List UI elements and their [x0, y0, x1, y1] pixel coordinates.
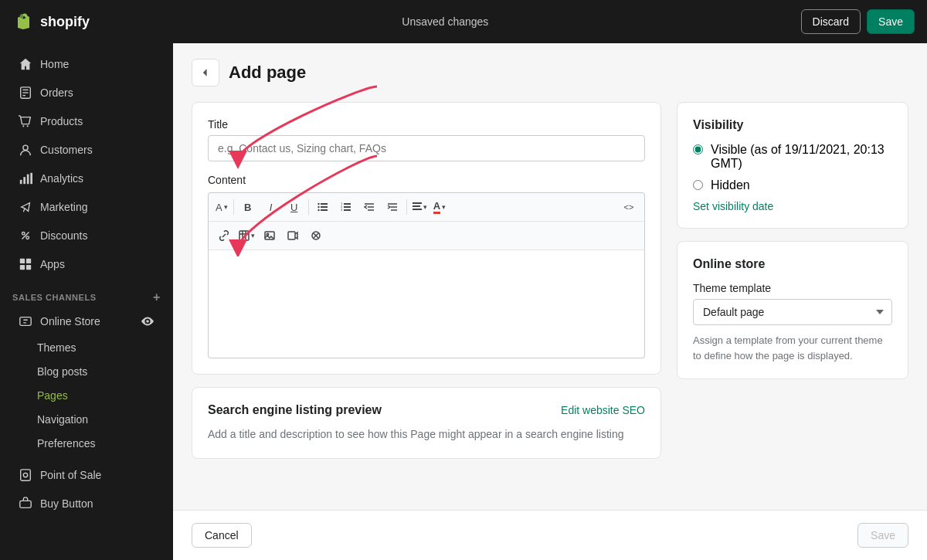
- logo: shopify: [12, 11, 90, 32]
- code-btn[interactable]: <>: [618, 196, 640, 218]
- svg-point-5: [27, 125, 29, 127]
- unordered-list-btn[interactable]: [312, 196, 334, 218]
- svg-point-11: [22, 232, 25, 236]
- hidden-option: Hidden: [693, 178, 892, 192]
- svg-rect-45: [239, 231, 249, 240]
- add-sales-channel-button[interactable]: +: [153, 291, 161, 304]
- sidebar-item-analytics[interactable]: Analytics: [6, 165, 167, 192]
- seo-body: Add a title and description to see how t…: [208, 426, 645, 443]
- table-btn[interactable]: ▾: [236, 225, 257, 246]
- sidebar-item-navigation[interactable]: Navigation: [6, 408, 167, 431]
- sidebar-item-orders[interactable]: Orders: [6, 79, 167, 107]
- logo-text: shopify: [40, 14, 90, 30]
- set-visibility-date-link[interactable]: Set visibility date: [693, 200, 892, 212]
- form-card: Title Content A ▾: [192, 102, 661, 375]
- topbar-actions: Discard Save: [801, 9, 915, 34]
- sidebar-item-blog-posts[interactable]: Blog posts: [6, 360, 167, 383]
- title-input[interactable]: [208, 135, 645, 161]
- sidebar-item-preferences[interactable]: Preferences: [6, 432, 167, 455]
- svg-point-27: [317, 203, 319, 205]
- discard-button[interactable]: Discard: [801, 9, 861, 34]
- save-button-bottom[interactable]: Save: [857, 523, 908, 548]
- indent-increase-btn[interactable]: [382, 196, 403, 218]
- toolbar-sep-3: [406, 199, 407, 215]
- indent-decrease-icon: [364, 202, 375, 212]
- back-button[interactable]: [192, 59, 219, 87]
- video-btn[interactable]: [282, 225, 304, 246]
- apps-icon: [19, 257, 32, 271]
- save-button-top[interactable]: Save: [867, 9, 915, 34]
- sidebar-item-apps[interactable]: Apps: [6, 250, 167, 278]
- svg-rect-17: [26, 265, 31, 270]
- underline-btn[interactable]: U: [284, 196, 305, 218]
- svg-rect-24: [321, 203, 328, 205]
- svg-rect-14: [20, 259, 25, 263]
- text-color-btn[interactable]: A ▾: [431, 196, 448, 218]
- online-store-title: Online store: [693, 257, 892, 271]
- svg-rect-7: [20, 180, 22, 184]
- analytics-icon: [19, 171, 32, 185]
- font-size-btn[interactable]: A ▾: [213, 196, 230, 218]
- visible-label: Visible (as of 19/11/2021, 20:13 GMT): [711, 143, 892, 171]
- edit-seo-link[interactable]: Edit website SEO: [561, 404, 645, 416]
- sidebar-item-customers[interactable]: Customers: [6, 136, 167, 164]
- toolbar-sep-2: [308, 199, 309, 215]
- cancel-button[interactable]: Cancel: [192, 523, 252, 548]
- align-icon: [413, 202, 422, 212]
- svg-text:3: 3: [341, 208, 343, 212]
- sidebar-item-themes[interactable]: Themes: [6, 336, 167, 359]
- list-ol-icon: 123: [341, 202, 351, 212]
- list-ul-icon: [317, 202, 328, 212]
- sidebar-item-marketing[interactable]: Marketing: [6, 193, 167, 221]
- svg-point-4: [22, 125, 24, 127]
- sidebar-item-discounts[interactable]: Discounts: [6, 222, 167, 249]
- online-store-card: Online store Theme template Default page…: [677, 241, 908, 379]
- italic-btn[interactable]: I: [260, 196, 282, 218]
- hidden-radio[interactable]: [693, 180, 703, 190]
- shopify-logo-icon: [12, 11, 34, 32]
- seo-title: Search engine listing preview: [208, 403, 382, 417]
- sidebar-item-pages[interactable]: Pages: [6, 384, 167, 407]
- svg-point-6: [23, 145, 28, 150]
- image-btn[interactable]: [259, 225, 280, 246]
- sidebar-item-online-store[interactable]: Online Store: [6, 307, 167, 335]
- svg-rect-18: [20, 317, 31, 326]
- sidebar-item-buy-button[interactable]: Buy Button: [6, 490, 167, 518]
- svg-point-29: [317, 209, 319, 211]
- align-btn[interactable]: ▾: [410, 196, 430, 218]
- products-icon: [19, 114, 32, 128]
- visibility-title: Visibility: [693, 118, 892, 132]
- title-label: Title: [208, 118, 645, 131]
- orders-icon: [19, 86, 32, 100]
- theme-template-select[interactable]: Default pageCustom pageContact: [693, 299, 892, 325]
- content-label: Content: [208, 174, 645, 186]
- online-store-icon: [19, 314, 32, 328]
- sales-channels-header: SALES CHANNELS +: [0, 279, 173, 307]
- home-icon: [19, 57, 32, 71]
- sidebar-item-products[interactable]: Products: [6, 107, 167, 135]
- visible-radio[interactable]: [693, 144, 703, 154]
- placeholder-btn[interactable]: [305, 225, 327, 246]
- content-editor[interactable]: [208, 250, 645, 358]
- indent-decrease-btn[interactable]: [358, 196, 380, 218]
- ordered-list-btn[interactable]: 123: [335, 196, 357, 218]
- svg-rect-19: [21, 470, 31, 480]
- link-icon: [219, 230, 229, 241]
- svg-line-13: [22, 232, 29, 239]
- svg-rect-31: [344, 206, 351, 208]
- svg-point-28: [317, 206, 319, 208]
- font-size-icon: A: [216, 202, 222, 213]
- unsaved-changes-label: Unsaved changes: [102, 15, 789, 28]
- eye-icon: [141, 314, 154, 328]
- visible-option: Visible (as of 19/11/2021, 20:13 GMT): [693, 143, 892, 171]
- svg-rect-42: [413, 202, 422, 204]
- link-btn[interactable]: [213, 225, 235, 246]
- sidebar-item-pos[interactable]: Point of Sale: [6, 461, 167, 489]
- bold-btn[interactable]: B: [237, 196, 259, 218]
- sidebar: Home Orders Products Customers Analytics…: [0, 43, 173, 560]
- sidebar-item-home[interactable]: Home: [6, 50, 167, 78]
- marketing-icon: [19, 200, 32, 214]
- main-content: Add page: [173, 43, 927, 510]
- svg-rect-21: [20, 501, 31, 507]
- buy-button-icon: [19, 497, 32, 511]
